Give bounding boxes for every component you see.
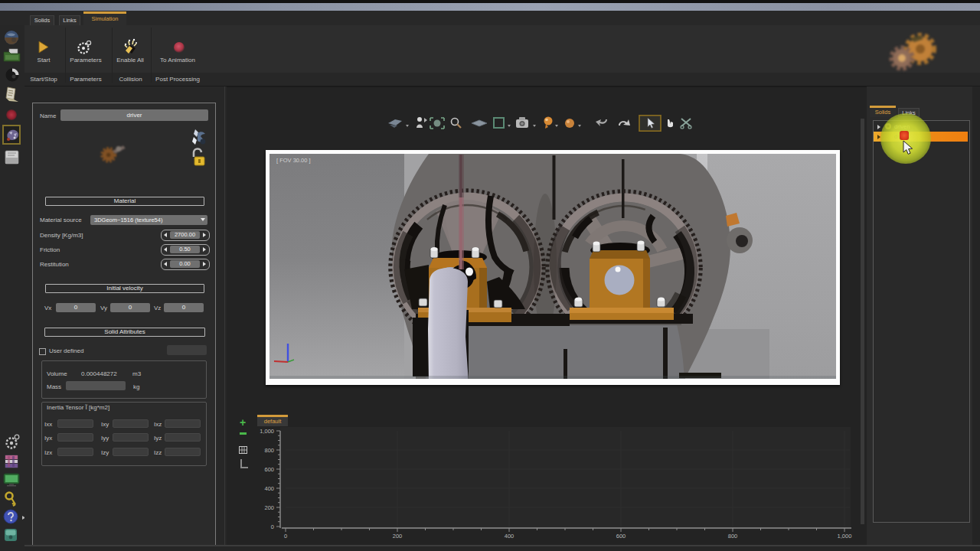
svg-text:200: 200 bbox=[264, 504, 274, 511]
svg-text:[ FOV 30.00 ]: [ FOV 30.00 ] bbox=[276, 157, 311, 164]
svg-text:600: 600 bbox=[616, 533, 626, 540]
svg-text:1,000: 1,000 bbox=[838, 533, 852, 540]
svg-text:600: 600 bbox=[264, 466, 274, 473]
svg-text:400: 400 bbox=[505, 533, 514, 540]
svg-text:800: 800 bbox=[728, 533, 738, 540]
svg-text:400: 400 bbox=[264, 485, 274, 492]
svg-text:200: 200 bbox=[393, 533, 403, 540]
svg-text:1,000: 1,000 bbox=[260, 428, 274, 435]
svg-text:800: 800 bbox=[264, 447, 274, 454]
svg-text:0: 0 bbox=[271, 523, 274, 530]
svg-text:0: 0 bbox=[284, 533, 287, 540]
